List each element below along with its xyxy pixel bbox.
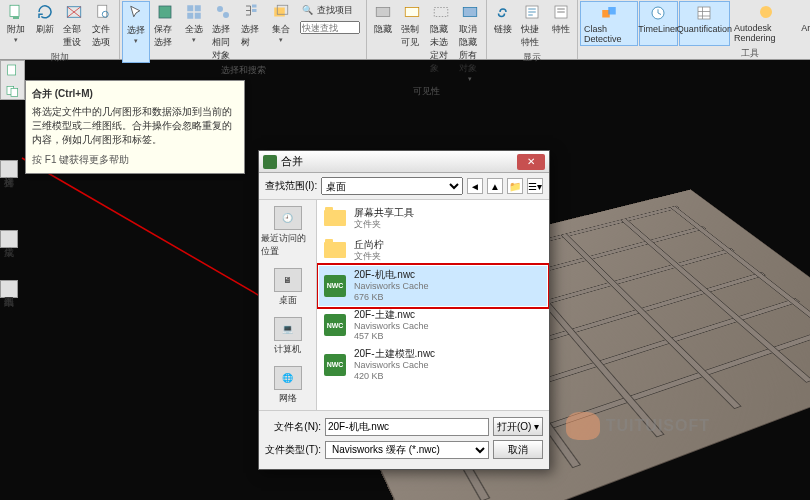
svg-point-25 xyxy=(760,6,772,18)
hide-button[interactable]: 隐藏 xyxy=(369,1,397,84)
svg-rect-5 xyxy=(187,5,193,11)
nwc-file-icon: NWC xyxy=(322,352,348,378)
place-computer[interactable]: 💻计算机 xyxy=(272,315,304,358)
find-items-button[interactable]: 🔍查找项目 xyxy=(297,2,363,19)
quantification-button[interactable]: Quantification xyxy=(679,1,730,46)
view-menu-button[interactable]: ☰▾ xyxy=(527,178,543,194)
place-network[interactable]: 🌐网络 xyxy=(272,364,304,407)
svg-rect-16 xyxy=(405,8,419,17)
hide-unselected-button[interactable]: 隐藏未选定对象 xyxy=(427,1,455,84)
open-button[interactable]: 打开(O) ▾ xyxy=(493,417,543,436)
select-all-button[interactable]: 全选▾ xyxy=(180,1,208,63)
file-options-button[interactable]: 文件选项 xyxy=(89,1,117,50)
list-item[interactable]: 丘尚柠文件夹 xyxy=(319,234,547,266)
svg-rect-30 xyxy=(11,88,18,96)
ribbon-group-project: 附加▾ 刷新 全部重设 文件选项 附加 xyxy=(0,0,120,59)
append-icon[interactable] xyxy=(1,61,24,81)
navisworks-icon xyxy=(263,155,277,169)
merge-tooltip: 合并 (Ctrl+M) 将选定文件中的几何图形和数据添加到当前的三维模型或二维图… xyxy=(25,80,245,174)
svg-rect-8 xyxy=(195,13,201,19)
filename-input[interactable] xyxy=(325,418,489,436)
places-bar: 🕘最近访问的位置 🖥桌面 💻计算机 🌐网络 xyxy=(259,200,317,410)
unhide-all-button[interactable]: 取消隐藏所有对象▾ xyxy=(456,1,484,84)
list-item[interactable]: NWC 20F-土建模型.nwcNavisworks Cache420 KB xyxy=(319,345,547,385)
select-same-button[interactable]: 选择相同对象 xyxy=(209,1,237,63)
dialog-footer: 文件名(N): 打开(O) ▾ 文件类型(T): Navisworks 缓存 (… xyxy=(259,410,549,469)
quick-find-input[interactable] xyxy=(297,20,363,35)
sets-button[interactable]: 集合▾ xyxy=(267,1,295,63)
reset-all-button[interactable]: 全部重设 xyxy=(60,1,88,50)
dialog-nav-bar: 查找范围(I): 桌面 ◄ ▲ 📁 ☰▾ xyxy=(259,173,549,200)
tooltip-title: 合并 (Ctrl+M) xyxy=(32,87,238,101)
side-tab-sheet-tools[interactable]: 图纸工具 xyxy=(0,280,18,298)
svg-rect-7 xyxy=(187,13,193,19)
ribbon-group-visibility: 隐藏 强制可见 隐藏未选定对象 取消隐藏所有对象▾ 可见性 xyxy=(367,0,487,59)
group-label: 选择和搜索 xyxy=(122,63,364,78)
svg-rect-13 xyxy=(274,8,285,17)
svg-point-10 xyxy=(223,12,229,18)
folder-icon xyxy=(322,205,348,231)
place-recent[interactable]: 🕘最近访问的位置 xyxy=(259,204,316,260)
file-list[interactable]: 屏幕共享工具文件夹 丘尚柠文件夹 NWC 20F-机电.nwcNaviswork… xyxy=(317,200,549,410)
cancel-button[interactable]: 取消 xyxy=(493,440,543,459)
append-dropdown-panel xyxy=(0,60,25,100)
require-button[interactable]: 强制可见 xyxy=(398,1,426,84)
svg-rect-12 xyxy=(252,9,257,12)
merge-file-dialog: 合并 ✕ 查找范围(I): 桌面 ◄ ▲ 📁 ☰▾ 🕘最近访问的位置 🖥桌面 💻… xyxy=(258,150,550,470)
svg-rect-17 xyxy=(434,8,448,17)
side-tab-sets[interactable]: 集成 xyxy=(0,230,18,248)
up-button[interactable]: ▲ xyxy=(487,178,503,194)
list-item[interactable]: 屏幕共享工具文件夹 xyxy=(319,202,547,234)
attach-button[interactable]: 附加▾ xyxy=(2,1,30,50)
timeliner-button[interactable]: TimeLiner xyxy=(639,1,678,46)
list-item[interactable]: NWC 20F-机电.nwcNavisworks Cache676 KB xyxy=(319,266,547,306)
svg-rect-0 xyxy=(10,5,19,16)
selection-tree-button[interactable]: 选择树 xyxy=(238,1,266,63)
animator-button[interactable]: Animator xyxy=(802,1,810,46)
autodesk-rendering-button[interactable]: Autodesk Rendering xyxy=(731,1,801,46)
ribbon-group-select: 选择▾ 保存选择 全选▾ 选择相同对象 选择树 集合▾ 🔍查找项目 选择和搜索 xyxy=(120,0,367,59)
ribbon-group-tools: Clash Detective TimeLiner Quantification… xyxy=(578,0,810,59)
save-selection-button[interactable]: 保存选择 xyxy=(151,1,179,63)
look-in-dropdown[interactable]: 桌面 xyxy=(321,177,463,195)
tooltip-body: 将选定文件中的几何图形和数据添加到当前的三维模型或二维图纸。合并操作会忽略重复的… xyxy=(32,105,238,147)
close-button[interactable]: ✕ xyxy=(517,154,545,170)
merge-icon[interactable] xyxy=(1,81,24,101)
select-button[interactable]: 选择▾ xyxy=(122,1,150,63)
ribbon-group-display: 链接 快捷特性 特性 显示 xyxy=(487,0,578,59)
new-folder-button[interactable]: 📁 xyxy=(507,178,523,194)
svg-rect-15 xyxy=(376,8,390,17)
tooltip-footer: 按 F1 键获得更多帮助 xyxy=(32,153,238,167)
group-label: 显示 xyxy=(489,50,575,65)
dialog-title: 合并 xyxy=(281,154,517,169)
svg-rect-18 xyxy=(463,8,477,17)
filetype-dropdown[interactable]: Navisworks 缓存 (*.nwc) xyxy=(325,441,489,459)
dialog-titlebar[interactable]: 合并 ✕ xyxy=(259,151,549,173)
look-in-label: 查找范围(I): xyxy=(265,179,317,193)
properties-button[interactable]: 特性 xyxy=(547,1,575,50)
group-label: 工具 xyxy=(580,46,810,61)
nwc-file-icon: NWC xyxy=(322,312,348,338)
svg-rect-22 xyxy=(608,7,616,15)
list-item[interactable]: NWC 20F-土建.nwcNavisworks Cache457 KB xyxy=(319,306,547,346)
filename-label: 文件名(N): xyxy=(265,420,321,434)
place-desktop[interactable]: 🖥桌面 xyxy=(272,266,304,309)
back-button[interactable]: ◄ xyxy=(467,178,483,194)
svg-point-9 xyxy=(217,6,223,12)
ribbon-toolbar: 附加▾ 刷新 全部重设 文件选项 附加 选择▾ 保存选择 全选▾ 选择相同对象 … xyxy=(0,0,810,60)
folder-icon xyxy=(322,237,348,263)
quick-properties-button[interactable]: 快捷特性 xyxy=(518,1,546,50)
group-label: 可见性 xyxy=(369,84,484,99)
clash-detective-button[interactable]: Clash Detective xyxy=(580,1,638,46)
side-tab-selection-tree[interactable]: 选择树 xyxy=(0,160,18,178)
refresh-button[interactable]: 刷新 xyxy=(31,1,59,50)
nwc-file-icon: NWC xyxy=(322,273,348,299)
svg-rect-6 xyxy=(195,5,201,11)
svg-rect-11 xyxy=(252,5,257,8)
svg-rect-24 xyxy=(698,7,710,19)
svg-rect-4 xyxy=(159,6,171,18)
links-button[interactable]: 链接 xyxy=(489,1,517,50)
svg-rect-28 xyxy=(7,65,15,75)
filetype-label: 文件类型(T): xyxy=(265,443,321,457)
